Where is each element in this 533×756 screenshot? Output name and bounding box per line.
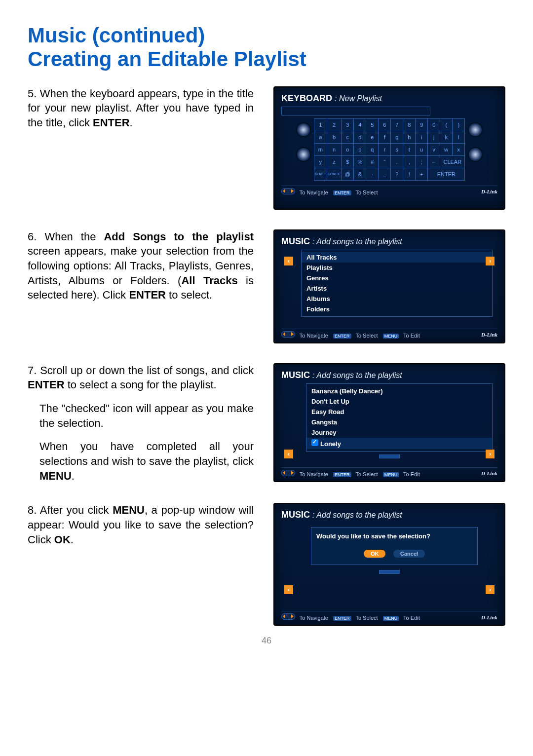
kb-key[interactable]: ; [416,155,428,168]
kb-key[interactable]: r [379,143,391,155]
save-popup-screenshot: MUSIC : Add songs to the playlist ‹ › Wo… [273,503,505,626]
list-item[interactable]: Albums [302,294,492,304]
list-item[interactable]: Genres [302,273,492,283]
kb-key[interactable]: l [453,131,465,143]
options-list[interactable]: All TracksPlaylistsGenresArtistsAlbumsFo… [301,250,493,317]
kb-key[interactable]: ) [453,118,465,131]
kb-key[interactable]: ( [440,118,453,131]
kb-key[interactable]: " [379,155,391,168]
kb-key[interactable]: 8 [403,118,416,131]
kb-key[interactable]: p [354,143,366,155]
kb-key[interactable]: z [327,155,342,168]
right-arrow-icon[interactable]: › [486,585,495,594]
list-item[interactable]: Bananza (Belly Dancer) [306,386,492,396]
list-item[interactable]: Gangsta [306,417,492,427]
kb-key[interactable]: SHIFT [314,168,327,180]
kb-key[interactable]: m [314,143,327,155]
kb-key[interactable]: _ [379,168,391,180]
kb-key[interactable]: + [416,168,428,180]
kb-key[interactable]: 7 [391,118,403,131]
kb-key[interactable]: o [342,143,354,155]
t: When the [44,230,104,243]
left-arrow-icon[interactable]: ‹ [284,450,293,458]
kb-key[interactable]: w [440,143,453,155]
cancel-button[interactable]: Cancel [393,550,425,558]
kb-key[interactable]: i [416,131,428,143]
kb-key[interactable]: 3 [342,118,354,131]
list-item[interactable]: Don't Let Up [306,396,492,407]
kb-key[interactable]: c [342,131,354,143]
kb-key[interactable]: . [391,155,403,168]
manual-page: Music (continued) Creating an Editable P… [0,0,533,656]
kb-key[interactable]: # [366,155,379,168]
kb-key[interactable]: % [354,155,366,168]
kb-key[interactable]: k [440,131,453,143]
t: . [72,470,75,482]
list-item[interactable]: All Tracks [302,252,492,263]
kb-key[interactable]: q [366,143,379,155]
kb-key[interactable]: ! [403,168,416,180]
kb-key[interactable]: @ [342,168,354,180]
kb-key[interactable]: ? [391,168,403,180]
scrollbar-handle[interactable] [379,570,400,574]
right-arrow-icon[interactable]: › [486,257,495,265]
left-arrow-icon[interactable]: ‹ [284,585,293,594]
kb-input-field[interactable] [281,107,430,115]
left-arrow-icon[interactable]: ‹ [284,257,293,265]
kb-key[interactable]: j [428,131,440,143]
t: ENTER [129,289,166,301]
kb-key[interactable]: t [403,143,416,155]
kb-key[interactable]: s [391,143,403,155]
kb-key[interactable]: 2 [327,118,342,131]
list-item[interactable]: Folders [302,304,492,314]
ok-button[interactable]: OK [364,550,386,558]
kb-key[interactable]: 0 [428,118,440,131]
kb-key[interactable]: CLEAR [440,155,465,168]
scrollbar-handle[interactable] [379,454,400,458]
kb-key[interactable]: n [327,143,342,155]
t: After you click [40,504,113,516]
kb-key[interactable]: 6 [379,118,391,131]
hint-navigate: To Navigate [300,333,328,339]
enter-key-icon: ENTER [333,334,351,339]
kb-key[interactable]: f [379,131,391,143]
list-item[interactable]: Playlists [302,263,492,273]
kb-key[interactable]: , [403,155,416,168]
kb-key[interactable]: a [314,131,327,143]
list-item[interactable]: Lonely [306,438,492,449]
t: When you have completed all your selecti… [39,440,254,467]
kb-key[interactable]: b [327,131,342,143]
kb-key[interactable]: 9 [416,118,428,131]
kb-key[interactable]: ← [428,155,440,168]
kb-key[interactable]: d [354,131,366,143]
kb-key[interactable]: 1 [314,118,327,131]
songs-list[interactable]: Bananza (Belly Dancer)Don't Let UpEasy R… [306,383,493,452]
kb-key[interactable]: $ [342,155,354,168]
kb-key[interactable]: 4 [354,118,366,131]
step-5-row: 5. When the keyboard appears, type in th… [28,86,505,210]
onscreen-keyboard[interactable]: 1234567890()abcdefghijklmnopqrstuvwxyz$%… [314,118,465,181]
kb-key[interactable]: - [366,168,379,180]
kb-key[interactable]: 5 [366,118,379,131]
tv-songs-list: MUSIC : Add songs to the playlist ‹ › Ba… [273,363,505,482]
kb-key[interactable]: v [428,143,440,155]
footer-hints: To Navigate ENTER To Select MENU To Edit [281,331,423,339]
kb-key[interactable]: x [453,143,465,155]
music-title: MUSIC [281,510,310,520]
step-6-text: 6. When the Add Songs to the playlist sc… [28,229,254,302]
right-arrow-icon[interactable]: › [486,450,495,458]
tv-header: MUSIC : Add songs to the playlist [281,236,497,247]
list-item[interactable]: Easy Road [306,407,492,417]
list-item[interactable]: Artists [302,283,492,294]
kb-key[interactable]: u [416,143,428,155]
kb-key[interactable]: SPACE [327,168,342,180]
kb-key[interactable]: & [354,168,366,180]
kb-key[interactable]: g [391,131,403,143]
kb-key[interactable]: e [366,131,379,143]
kb-key[interactable]: h [403,131,416,143]
dpad-icon [281,470,295,476]
menu-key-icon: MENU [383,472,399,477]
kb-key[interactable]: ENTER [428,168,465,180]
kb-key[interactable]: y [314,155,327,168]
list-item[interactable]: Journey [306,427,492,438]
